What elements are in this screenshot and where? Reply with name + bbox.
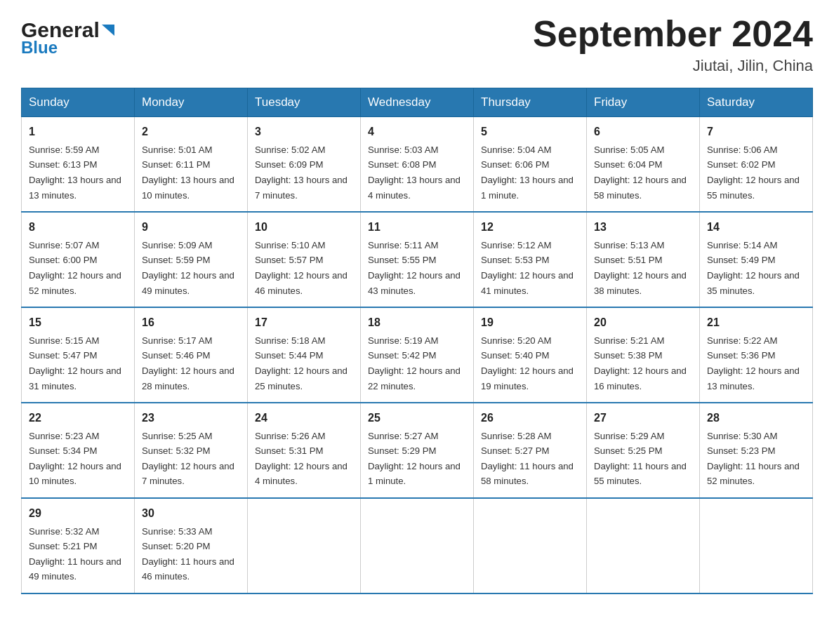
day-number: 27 xyxy=(594,409,692,427)
cell-info: Sunrise: 5:20 AMSunset: 5:40 PMDaylight:… xyxy=(481,335,574,391)
day-number: 6 xyxy=(594,123,692,141)
week-row-3: 15 Sunrise: 5:15 AMSunset: 5:47 PMDaylig… xyxy=(22,307,813,403)
week-row-5: 29 Sunrise: 5:32 AMSunset: 5:21 PMDaylig… xyxy=(22,498,813,593)
weekday-header-sunday: Sunday xyxy=(22,88,135,117)
day-number: 30 xyxy=(142,504,240,523)
day-number: 23 xyxy=(142,409,240,427)
calendar-cell: 28 Sunrise: 5:30 AMSunset: 5:23 PMDaylig… xyxy=(700,403,813,498)
weekday-header-thursday: Thursday xyxy=(474,88,587,117)
day-number: 16 xyxy=(142,314,240,332)
calendar-cell: 27 Sunrise: 5:29 AMSunset: 5:25 PMDaylig… xyxy=(587,403,700,498)
calendar-cell: 25 Sunrise: 5:27 AMSunset: 5:29 PMDaylig… xyxy=(361,403,474,498)
calendar-cell: 9 Sunrise: 5:09 AMSunset: 5:59 PMDayligh… xyxy=(135,212,248,307)
day-number: 22 xyxy=(29,409,127,427)
calendar-cell: 2 Sunrise: 5:01 AMSunset: 6:11 PMDayligh… xyxy=(135,117,248,212)
calendar-cell: 23 Sunrise: 5:25 AMSunset: 5:32 PMDaylig… xyxy=(135,403,248,498)
cell-info: Sunrise: 5:29 AMSunset: 5:25 PMDaylight:… xyxy=(594,431,687,487)
cell-info: Sunrise: 5:03 AMSunset: 6:08 PMDaylight:… xyxy=(368,145,461,201)
calendar-cell: 29 Sunrise: 5:32 AMSunset: 5:21 PMDaylig… xyxy=(22,498,135,593)
calendar-cell xyxy=(474,498,587,593)
cell-info: Sunrise: 5:13 AMSunset: 5:51 PMDaylight:… xyxy=(594,240,687,296)
day-number: 13 xyxy=(594,218,692,236)
location: Jiutai, Jilin, China xyxy=(533,57,813,75)
day-number: 7 xyxy=(707,123,805,141)
day-number: 5 xyxy=(481,123,579,141)
cell-info: Sunrise: 5:14 AMSunset: 5:49 PMDaylight:… xyxy=(707,240,800,296)
calendar-cell: 18 Sunrise: 5:19 AMSunset: 5:42 PMDaylig… xyxy=(361,307,474,403)
calendar-cell: 8 Sunrise: 5:07 AMSunset: 6:00 PMDayligh… xyxy=(22,212,135,307)
cell-info: Sunrise: 5:59 AMSunset: 6:13 PMDaylight:… xyxy=(29,145,121,201)
cell-info: Sunrise: 5:21 AMSunset: 5:38 PMDaylight:… xyxy=(594,335,687,391)
cell-info: Sunrise: 5:09 AMSunset: 5:59 PMDaylight:… xyxy=(142,240,234,296)
cell-info: Sunrise: 5:02 AMSunset: 6:09 PMDaylight:… xyxy=(255,145,348,201)
day-number: 29 xyxy=(29,504,127,523)
cell-info: Sunrise: 5:18 AMSunset: 5:44 PMDaylight:… xyxy=(255,335,348,391)
page-header: General Blue September 2024 Jiutai, Jili… xyxy=(21,14,813,75)
day-number: 21 xyxy=(707,314,805,332)
calendar-cell: 7 Sunrise: 5:06 AMSunset: 6:02 PMDayligh… xyxy=(700,117,813,212)
cell-info: Sunrise: 5:19 AMSunset: 5:42 PMDaylight:… xyxy=(368,335,461,391)
day-number: 25 xyxy=(368,409,466,427)
cell-info: Sunrise: 5:04 AMSunset: 6:06 PMDaylight:… xyxy=(481,145,574,201)
day-number: 11 xyxy=(368,218,466,236)
cell-info: Sunrise: 5:30 AMSunset: 5:23 PMDaylight:… xyxy=(707,431,800,487)
day-number: 9 xyxy=(142,218,240,236)
cell-info: Sunrise: 5:26 AMSunset: 5:31 PMDaylight:… xyxy=(255,431,348,487)
day-number: 2 xyxy=(142,123,240,141)
day-number: 20 xyxy=(594,314,692,332)
day-number: 1 xyxy=(29,123,127,141)
day-number: 19 xyxy=(481,314,579,332)
calendar-cell: 22 Sunrise: 5:23 AMSunset: 5:34 PMDaylig… xyxy=(22,403,135,498)
calendar-cell: 11 Sunrise: 5:11 AMSunset: 5:55 PMDaylig… xyxy=(361,212,474,307)
day-number: 14 xyxy=(707,218,805,236)
cell-info: Sunrise: 5:25 AMSunset: 5:32 PMDaylight:… xyxy=(142,431,234,487)
calendar-cell: 20 Sunrise: 5:21 AMSunset: 5:38 PMDaylig… xyxy=(587,307,700,403)
day-number: 24 xyxy=(255,409,353,427)
day-number: 28 xyxy=(707,409,805,427)
day-number: 8 xyxy=(29,218,127,236)
weekday-header-row: SundayMondayTuesdayWednesdayThursdayFrid… xyxy=(22,88,813,117)
cell-info: Sunrise: 5:27 AMSunset: 5:29 PMDaylight:… xyxy=(368,431,461,487)
day-number: 10 xyxy=(255,218,353,236)
calendar-cell: 12 Sunrise: 5:12 AMSunset: 5:53 PMDaylig… xyxy=(474,212,587,307)
weekday-header-monday: Monday xyxy=(135,88,248,117)
calendar-cell: 26 Sunrise: 5:28 AMSunset: 5:27 PMDaylig… xyxy=(474,403,587,498)
calendar-cell: 21 Sunrise: 5:22 AMSunset: 5:36 PMDaylig… xyxy=(700,307,813,403)
weekday-header-saturday: Saturday xyxy=(700,88,813,117)
cell-info: Sunrise: 5:06 AMSunset: 6:02 PMDaylight:… xyxy=(707,145,800,201)
cell-info: Sunrise: 5:07 AMSunset: 6:00 PMDaylight:… xyxy=(29,240,121,296)
cell-info: Sunrise: 5:12 AMSunset: 5:53 PMDaylight:… xyxy=(481,240,574,296)
cell-info: Sunrise: 5:33 AMSunset: 5:20 PMDaylight:… xyxy=(142,526,234,582)
calendar-cell xyxy=(700,498,813,593)
day-number: 26 xyxy=(481,409,579,427)
day-number: 12 xyxy=(481,218,579,236)
cell-info: Sunrise: 5:28 AMSunset: 5:27 PMDaylight:… xyxy=(481,431,574,487)
calendar-cell: 5 Sunrise: 5:04 AMSunset: 6:06 PMDayligh… xyxy=(474,117,587,212)
cell-info: Sunrise: 5:11 AMSunset: 5:55 PMDaylight:… xyxy=(368,240,461,296)
calendar-cell: 10 Sunrise: 5:10 AMSunset: 5:57 PMDaylig… xyxy=(248,212,361,307)
week-row-4: 22 Sunrise: 5:23 AMSunset: 5:34 PMDaylig… xyxy=(22,403,813,498)
day-number: 17 xyxy=(255,314,353,332)
calendar-cell: 6 Sunrise: 5:05 AMSunset: 6:04 PMDayligh… xyxy=(587,117,700,212)
calendar-cell: 4 Sunrise: 5:03 AMSunset: 6:08 PMDayligh… xyxy=(361,117,474,212)
calendar-cell: 30 Sunrise: 5:33 AMSunset: 5:20 PMDaylig… xyxy=(135,498,248,593)
month-title: September 2024 xyxy=(533,14,813,54)
calendar-table: SundayMondayTuesdayWednesdayThursdayFrid… xyxy=(21,88,813,594)
week-row-2: 8 Sunrise: 5:07 AMSunset: 6:00 PMDayligh… xyxy=(22,212,813,307)
calendar-cell: 14 Sunrise: 5:14 AMSunset: 5:49 PMDaylig… xyxy=(700,212,813,307)
calendar-cell: 1 Sunrise: 5:59 AMSunset: 6:13 PMDayligh… xyxy=(22,117,135,212)
calendar-cell: 3 Sunrise: 5:02 AMSunset: 6:09 PMDayligh… xyxy=(248,117,361,212)
cell-info: Sunrise: 5:05 AMSunset: 6:04 PMDaylight:… xyxy=(594,145,687,201)
logo: General Blue xyxy=(21,18,116,57)
cell-info: Sunrise: 5:01 AMSunset: 6:11 PMDaylight:… xyxy=(142,145,234,201)
week-row-1: 1 Sunrise: 5:59 AMSunset: 6:13 PMDayligh… xyxy=(22,117,813,212)
day-number: 4 xyxy=(368,123,466,141)
cell-info: Sunrise: 5:17 AMSunset: 5:46 PMDaylight:… xyxy=(142,335,234,391)
day-number: 3 xyxy=(255,123,353,141)
weekday-header-wednesday: Wednesday xyxy=(361,88,474,117)
calendar-cell: 15 Sunrise: 5:15 AMSunset: 5:47 PMDaylig… xyxy=(22,307,135,403)
cell-info: Sunrise: 5:10 AMSunset: 5:57 PMDaylight:… xyxy=(255,240,348,296)
day-number: 18 xyxy=(368,314,466,332)
weekday-header-friday: Friday xyxy=(587,88,700,117)
cell-info: Sunrise: 5:32 AMSunset: 5:21 PMDaylight:… xyxy=(29,526,121,582)
